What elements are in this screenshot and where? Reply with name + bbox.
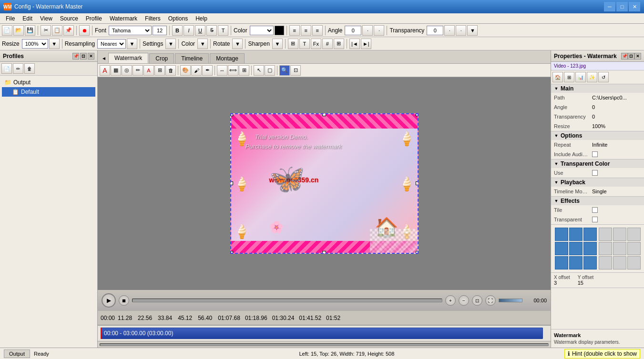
resampling-select[interactable]: Nearest [97,39,126,49]
align-right-btn[interactable]: ≡ [312,25,323,36]
grid-cell-r-tl[interactable] [599,228,612,241]
handle-tc[interactable] [322,113,326,116]
wm-text-btn[interactable]: A [143,65,154,76]
wm-zoom-btn[interactable]: 🔍 [279,65,290,76]
grid-cell-ml[interactable] [555,242,568,255]
wm-pen-btn[interactable]: ✒ [202,65,213,76]
tab-crop[interactable]: Crop [149,53,174,63]
grid-view-btn[interactable]: ⊞ [288,39,298,49]
format-btn[interactable]: T [218,25,228,36]
panel-float-btn[interactable]: ⊡ [80,53,87,60]
canvas-image[interactable]: 🍦 🍦 🍦 🍦 🍦 🍦 Trial version Demo. Purchase… [230,113,419,254]
wm-paint-btn[interactable]: 🖌 [191,65,202,76]
bold-btn[interactable]: B [172,25,183,36]
profile-output-item[interactable]: 📁 Output [2,78,95,87]
text-btn[interactable]: T [299,39,310,49]
align-left-btn[interactable]: ≡ [289,25,300,36]
wm-delete-btn[interactable]: 🗑 [165,65,176,76]
profile-default-item[interactable]: 📋 Default [2,87,95,97]
new-btn[interactable]: 📄 [2,25,12,36]
grid-cell-r-bl[interactable] [599,256,612,269]
minimize-button[interactable]: ─ [604,2,615,11]
playback-section-header[interactable]: ▼ Playback [551,178,644,187]
grid-cell-br[interactable] [583,256,597,269]
cut-btn[interactable]: ✂ [41,25,51,36]
sharpen-drop-btn[interactable]: ▼ [272,39,283,49]
wm-grid-btn[interactable]: ▦ [111,65,121,76]
handle-br[interactable] [416,251,419,254]
menu-source[interactable]: Source [56,14,82,23]
wm-add-btn[interactable]: A [100,65,110,76]
record-btn[interactable]: ⏺ [79,25,90,36]
align-center-btn[interactable]: ≡ [301,25,311,36]
grid-cell-tr[interactable] [583,228,597,241]
color-select[interactable] [250,26,274,35]
menu-options[interactable]: Options [164,14,192,23]
tile-checkbox[interactable] [592,207,598,213]
wm-move-btn[interactable]: ↔ [217,65,227,76]
grid-cell-tl[interactable] [555,228,568,241]
wm-select-btn[interactable]: ▢ [265,65,275,76]
menu-file[interactable]: File [2,14,19,23]
player-progress[interactable] [132,299,442,302]
num-btn[interactable]: # [322,39,333,49]
open-btn[interactable]: 📂 [13,25,24,36]
playhead[interactable] [101,328,102,339]
wm-pointer-btn[interactable]: ↖ [254,65,264,76]
grid-cell-r-mr[interactable] [627,242,641,255]
menu-watermark[interactable]: Watermark [106,14,141,23]
options-section-header[interactable]: ▼ Options [551,131,644,140]
paste-btn[interactable]: 📌 [63,25,74,36]
grid-cell-r-ml[interactable] [599,242,612,255]
profile-delete-btn[interactable]: 🗑 [24,63,35,74]
handle-mr[interactable] [416,181,419,185]
close-button[interactable]: ✕ [629,2,640,11]
panel-pin-btn[interactable]: 📌 [72,53,79,60]
tab-watermark[interactable]: Watermark [108,53,148,63]
angle-dot1[interactable]: · [362,25,373,36]
resize-drop-btn[interactable]: ▼ [49,39,60,49]
tiles-btn[interactable]: ⊞ [334,39,344,49]
settings-drop-btn[interactable]: ▼ [165,39,176,49]
grid-cell-r-tc[interactable] [613,228,626,241]
prop-close-btn[interactable]: ✕ [634,53,641,60]
wm-size-btn[interactable]: ⟺ [228,65,238,76]
handle-bl[interactable] [230,251,233,254]
timeline-scrollbar[interactable] [98,341,551,348]
wm-edit-btn[interactable]: ✏ [133,65,143,76]
resize-select[interactable]: 100% [22,39,48,49]
handle-tr[interactable] [416,113,419,116]
transparent-checkbox[interactable] [592,217,598,222]
transparency-input[interactable] [427,26,443,35]
tab-timeline[interactable]: Timeline [175,53,209,63]
wm-group-btn[interactable]: ⊞ [239,65,249,76]
prop-grid-btn[interactable]: ⊞ [564,72,574,82]
audio-checkbox[interactable] [592,151,598,157]
angle-input[interactable] [345,26,361,35]
zoom-in-btn[interactable]: + [445,295,456,306]
transparency-dot2[interactable]: · [456,25,466,36]
grid-cell-mc[interactable] [569,242,583,255]
prop-pin-btn[interactable]: 📌 [621,53,628,60]
copy-btn[interactable]: 📋 [52,25,62,36]
zoom-out-btn[interactable]: − [459,295,469,306]
tab-nav-left[interactable]: ◄ [100,53,108,63]
handle-tl[interactable] [230,113,233,116]
grid-cell-tc[interactable] [569,228,583,241]
use-checkbox[interactable] [592,170,598,176]
prop-float-btn[interactable]: ⊡ [628,53,634,60]
menu-profile[interactable]: Profile [82,14,106,23]
move-left-btn[interactable]: |◄ [349,39,360,49]
wm-circle-btn[interactable]: ◎ [122,65,132,76]
handle-bc[interactable] [322,251,326,254]
resamp-drop-btn[interactable]: ▼ [127,39,137,49]
prop-refresh-btn[interactable]: ↺ [598,72,609,82]
wm-cursor-btn[interactable]: ⊞ [154,65,165,76]
grid-cell-r-mc[interactable] [613,242,626,255]
menu-filters[interactable]: Filters [141,14,164,23]
fit-btn[interactable]: ⊡ [472,295,482,306]
prop-chart-btn[interactable]: 📊 [575,72,586,82]
grid-cell-mr[interactable] [583,242,597,255]
grid-cell-bc[interactable] [569,256,583,269]
wm-fit-btn[interactable]: ⊡ [290,65,301,76]
